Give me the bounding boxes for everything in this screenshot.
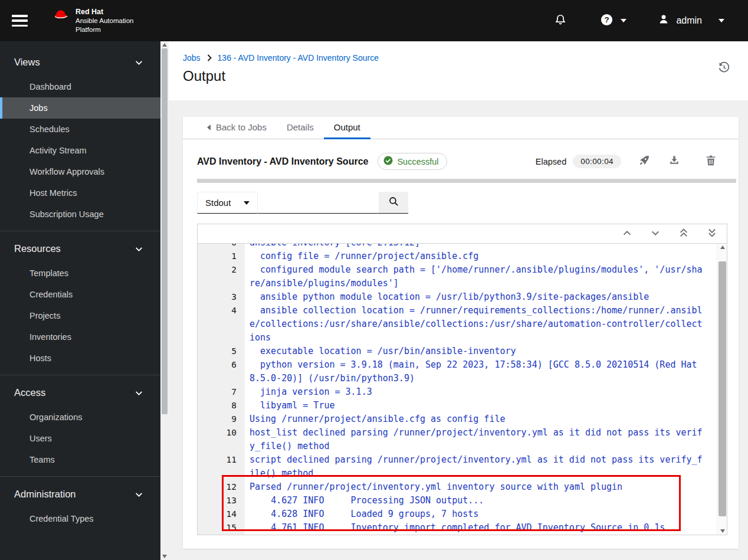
sidebar-item-projects[interactable]: Projects [0, 305, 160, 326]
sidebar-item-teams[interactable]: Teams [0, 449, 160, 470]
sidebar-item-subscription-usage[interactable]: Subscription Usage [0, 204, 160, 225]
scrollbar-up-arrow[interactable] [717, 244, 727, 251]
tab-details[interactable]: Details [277, 117, 324, 139]
status-badge[interactable]: Successful [378, 153, 447, 170]
sidebar-item-users[interactable]: Users [0, 428, 160, 449]
log-viewport: 0ansible-inventory [core 2.15.12]1 confi… [198, 244, 727, 535]
output-panel-toolbar [198, 224, 727, 244]
line-number: 3 [198, 290, 245, 304]
sidebar-scrollbar-thumb[interactable] [162, 48, 168, 414]
sidebar-item-dashboard[interactable]: Dashboard [0, 76, 160, 97]
log-line-10: 10host_list declined parsing /runner/pro… [198, 426, 717, 453]
breadcrumb-job-link[interactable]: 136 - AVD Inventory - AVD Inventory Sour… [218, 53, 379, 63]
search-button[interactable] [379, 192, 408, 214]
download-output-button[interactable] [668, 155, 680, 168]
breadcrumb: Jobs 136 - AVD Inventory - AVD Inventory… [183, 53, 734, 63]
help-menu-button[interactable]: ? [600, 13, 626, 28]
chevron-down-button[interactable] [649, 230, 662, 238]
sidebar-item-hosts[interactable]: Hosts [0, 348, 160, 369]
line-number: 6 [198, 358, 245, 385]
log-line-14: 14 4.628 INFO Loaded 9 groups, 7 hosts [198, 507, 717, 521]
line-number: 14 [198, 507, 245, 521]
tab-back-to-jobs[interactable]: Back to Jobs [197, 117, 277, 139]
log-line-7: 7 jinja version = 3.1.3 [198, 385, 717, 399]
sidebar-scrollbar[interactable] [160, 41, 169, 560]
caret-down-icon [244, 201, 250, 205]
job-header: AVD Inventory - AVD Inventory Source Suc… [183, 139, 739, 170]
status-label: Successful [397, 157, 438, 166]
log-line-13: 13 4.627 INFO Processing JSON output... [198, 494, 717, 507]
line-text: host_list declined parsing /runner/proje… [245, 426, 717, 453]
double-chevron-down-icon [707, 228, 717, 240]
log-line-11: 11script declined parsing /runner/projec… [198, 453, 717, 480]
page-header: Jobs 136 - AVD Inventory - AVD Inventory… [169, 41, 748, 100]
breadcrumb-jobs-link[interactable]: Jobs [183, 53, 201, 63]
log-scrollbar-thumb[interactable] [719, 261, 726, 516]
line-text: libyaml = True [245, 399, 717, 412]
history-button[interactable] [718, 61, 730, 76]
content-area: Back to Jobs Details Output AVD Inventor… [169, 100, 748, 560]
sidebar-section-toggle-access[interactable]: Access [0, 379, 160, 407]
elapsed-value-badge: 00:00:04 [573, 155, 621, 168]
sidebar-item-templates[interactable]: Templates [0, 263, 160, 284]
scrollbar-down-arrow[interactable] [717, 528, 727, 535]
sidebar-item-activity-stream[interactable]: Activity Stream [0, 140, 160, 161]
output-toolbar: Stdout [197, 192, 724, 214]
sidebar-section-toggle-administration[interactable]: Administration [0, 480, 160, 508]
download-icon [668, 159, 680, 168]
line-number: 9 [198, 412, 245, 426]
log-line-9: 9Using /runner/project/ansible.cfg as co… [198, 412, 717, 426]
sidebar-item-jobs[interactable]: Jobs [0, 97, 160, 119]
log-line-6: 6 python version = 3.9.18 (main, Sep 22 … [198, 358, 717, 385]
line-number: 15 [198, 521, 245, 535]
user-menu-button[interactable]: admin [657, 13, 724, 28]
scrollbar-down-arrow[interactable] [160, 553, 169, 560]
user-icon [657, 13, 670, 28]
history-icon [718, 67, 730, 76]
chevron-down-icon [135, 387, 143, 398]
user-name-label: admin [676, 15, 702, 26]
scroll-to-top-button[interactable] [677, 228, 690, 240]
svg-text:?: ? [605, 15, 609, 24]
search-input[interactable] [258, 192, 379, 214]
sidebar-item-host-metrics[interactable]: Host Metrics [0, 182, 160, 204]
sidebar-item-workflow-approvals[interactable]: Workflow Approvals [0, 161, 160, 182]
line-text: ansible-inventory [core 2.15.12] [245, 244, 717, 250]
nav-toggle-button[interactable] [12, 15, 28, 27]
line-text: script declined parsing /runner/project/… [245, 453, 717, 480]
scroll-to-bottom-button[interactable] [706, 228, 719, 240]
sidebar-item-organizations[interactable]: Organizations [0, 407, 160, 428]
log-scrollbar[interactable] [717, 244, 727, 535]
job-progress-bar [197, 179, 736, 183]
scrollbar-up-arrow[interactable] [160, 41, 169, 48]
line-number: 7 [198, 385, 245, 399]
line-text: executable location = /usr/bin/ansible-i… [245, 345, 717, 358]
redhat-fedora-icon [53, 8, 70, 24]
sidebar-section-toggle-views[interactable]: Views [0, 48, 160, 76]
stdout-filter-select[interactable]: Stdout [197, 192, 258, 214]
sidebar-item-credentials[interactable]: Credentials [0, 284, 160, 305]
brand-line-1: Red Hat [76, 8, 133, 17]
chevron-up-icon [622, 230, 632, 238]
chevron-down-icon [651, 230, 660, 238]
sidebar-item-credential-types[interactable]: Credential Types [0, 508, 160, 529]
section-label: Resources [14, 243, 61, 254]
notifications-button[interactable] [554, 14, 567, 28]
chevron-down-icon [135, 489, 143, 500]
sidebar-item-inventories[interactable]: Inventories [0, 326, 160, 348]
brand-line-3: Platform [76, 25, 133, 34]
log-rows: 0ansible-inventory [core 2.15.12]1 confi… [198, 244, 717, 535]
relaunch-button[interactable] [638, 155, 650, 168]
section-label: Administration [14, 489, 76, 500]
sidebar-section-toggle-resources[interactable]: Resources [0, 235, 160, 263]
line-text: python version = 3.9.18 (main, Sep 22 20… [245, 358, 717, 385]
check-circle-icon [383, 156, 393, 167]
chevron-up-button[interactable] [621, 230, 634, 238]
job-name: AVD Inventory - AVD Inventory Source [197, 156, 368, 167]
tab-output[interactable]: Output [324, 117, 370, 139]
section-label: Views [14, 57, 40, 68]
delete-job-button[interactable] [706, 155, 716, 168]
brand-line-2: Ansible Automation [76, 17, 133, 25]
log-line-5: 5 executable location = /usr/bin/ansible… [198, 345, 717, 358]
sidebar-item-schedules[interactable]: Schedules [0, 119, 160, 140]
